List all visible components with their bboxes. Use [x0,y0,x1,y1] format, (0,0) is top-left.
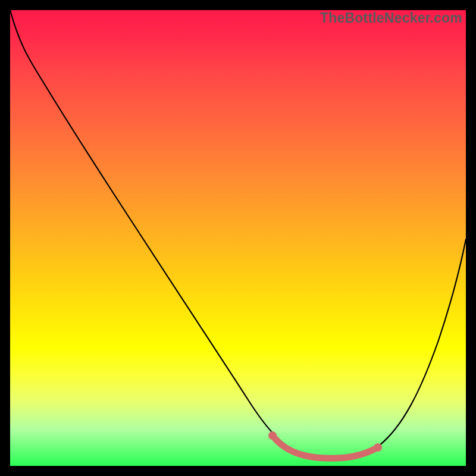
optimal-range-accent [273,436,378,458]
bottleneck-curve-path [10,10,466,457]
gradient-plot-area: TheBottleNecker.com [10,10,466,466]
bottleneck-chart [10,10,466,466]
accent-end-dot [374,443,382,452]
accent-start-dot [268,431,277,440]
